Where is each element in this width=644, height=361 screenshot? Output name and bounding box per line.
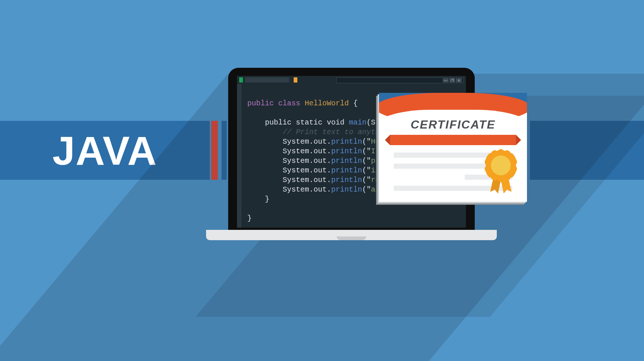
- ribbon-red-stripe: [211, 121, 218, 180]
- laptop-notch: [337, 236, 366, 240]
- certificate-stack: CERTIFICATE: [379, 93, 527, 202]
- editor-gutter: [237, 84, 241, 228]
- window-titlebar: — ❐ x: [336, 77, 464, 83]
- sysout-4a: System.out.: [283, 166, 331, 175]
- certificate-card: CERTIFICATE: [379, 93, 527, 202]
- println-3: println: [331, 157, 362, 165]
- paren-3: (": [362, 157, 371, 165]
- active-tab: [245, 77, 289, 83]
- brace-open: {: [349, 99, 358, 108]
- paren-1: (": [362, 137, 371, 146]
- paren-4: (": [362, 166, 371, 175]
- paren-2: (": [362, 147, 371, 155]
- certificate-seal-icon: [484, 149, 517, 182]
- ribbon-right-segment: [530, 121, 644, 180]
- editor-tab-bar: — ❐ x: [237, 76, 466, 84]
- java-title: JAVA: [52, 127, 157, 174]
- code-block: public class HelloWorld { public static …: [247, 99, 397, 223]
- keyword-class: class: [278, 99, 300, 108]
- sysout-2a: System.out.: [283, 147, 331, 155]
- keyword-public: public: [247, 99, 274, 108]
- println-6: println: [331, 185, 362, 194]
- method-main: main: [349, 118, 367, 127]
- certificate-header: [379, 93, 527, 108]
- brace-close-outer: }: [247, 214, 252, 222]
- close-icon[interactable]: x: [456, 78, 462, 83]
- println-5: println: [331, 176, 362, 184]
- brace-close-inner: }: [265, 195, 269, 203]
- paren-5: (": [362, 176, 371, 184]
- tab-indicator-green: [239, 77, 243, 83]
- java-ribbon-main: JAVA: [0, 121, 210, 180]
- sysout-3a: System.out.: [283, 157, 331, 165]
- certificate-ribbon: [390, 135, 516, 145]
- sysout-5a: System.out.: [283, 176, 331, 184]
- sysout-1a: System.out.: [283, 137, 331, 146]
- paren-6: (": [362, 185, 371, 194]
- java-ribbon: JAVA: [0, 121, 227, 180]
- minimize-icon[interactable]: —: [443, 78, 449, 83]
- tab-indicator-orange: [294, 77, 297, 83]
- class-name: HelloWorld: [305, 99, 349, 108]
- sysout-6a: System.out.: [283, 185, 331, 194]
- ribbon-slice: [222, 121, 227, 180]
- maximize-icon[interactable]: ❐: [449, 78, 455, 83]
- certificate-title: CERTIFICATE: [379, 118, 527, 132]
- println-4: println: [331, 166, 362, 175]
- seal-inner: [491, 155, 511, 175]
- println-1: println: [331, 137, 362, 146]
- println-2: println: [331, 147, 362, 155]
- method-modifiers: public static void: [265, 118, 349, 127]
